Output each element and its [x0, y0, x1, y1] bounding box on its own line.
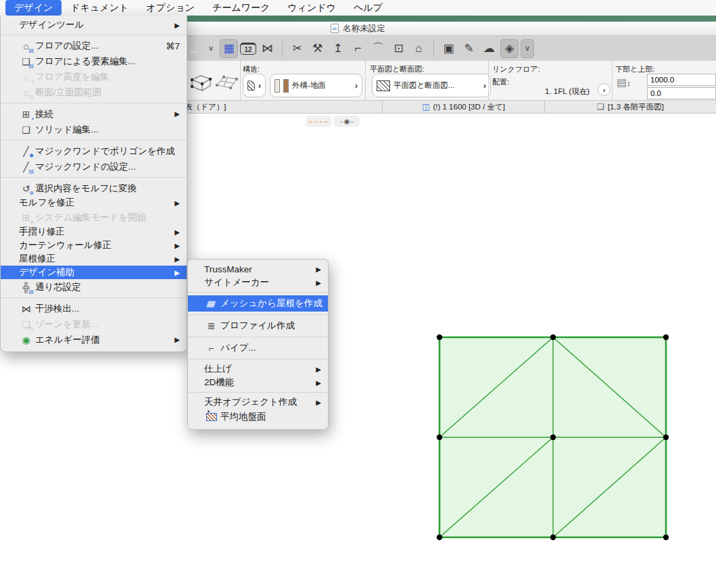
menu-item-roof-edit[interactable]: 屋根修正▶ — [1, 252, 187, 266]
stretch-tool-button[interactable]: ⋈ — [258, 39, 277, 58]
plan-section-button[interactable]: 平面図と断面図... › — [372, 74, 491, 97]
menu-separator — [188, 392, 328, 393]
infobox-divider — [240, 61, 241, 100]
mesh-bottom-offset-input[interactable] — [647, 87, 716, 99]
menu-item-design-tools[interactable]: デザインツール▶ — [1, 18, 187, 32]
mesh-solid-geometry-icon[interactable] — [189, 70, 213, 93]
mesh-node — [550, 535, 556, 540]
mesh-node — [663, 435, 669, 440]
rotate-orientation-button[interactable]: ◈ — [500, 39, 519, 58]
document-chevron-down-button[interactable]: ∨ — [204, 39, 218, 58]
elevation-measure-button[interactable]: ↥ — [329, 39, 347, 58]
menu-item-label: プロファイル作成 — [220, 320, 295, 332]
submenu-arrow-icon: ▶ — [174, 242, 180, 249]
submenu-arrow-icon: ▶ — [174, 199, 180, 207]
material-select-button[interactable]: 外構-地面 › — [270, 74, 362, 97]
menu-separator — [1, 34, 187, 35]
menu-item-label: モルフを修正 — [19, 197, 74, 209]
menu-item-railing-edit[interactable]: 手摺り修正▶ — [1, 225, 187, 239]
menu-item-magic-wand-polygon[interactable]: ╱✱マジックワンドでポリゴンを作成 — [1, 143, 187, 159]
menu-separator — [188, 359, 328, 360]
pipe-icon: ⌐ — [204, 343, 218, 353]
submenu-item-trussmaker[interactable]: TrussMaker▶ — [188, 262, 328, 276]
menu-item-label: フロアの設定... — [35, 40, 99, 52]
mesh-surface-geometry-icon[interactable] — [214, 70, 239, 93]
submenu-item-2d-functions[interactable]: 2D機能▶ — [188, 376, 328, 389]
submenu-item-average-ground-plane[interactable]: 平均地盤面 — [188, 409, 328, 425]
plan-section-label: 平面図と断面図: — [370, 64, 424, 74]
menu-item-label: 仕上げ — [204, 363, 232, 375]
menu-item-collision-detect[interactable]: ⋈干渉検出... — [1, 301, 187, 316]
menubar-item-design[interactable]: デザイン — [5, 0, 62, 16]
magic-wand-settings-icon: ╱▤ — [19, 162, 33, 172]
trace-visibility-button[interactable]: –◉– — [334, 116, 360, 127]
menu-item-magic-wand-settings[interactable]: ╱▤マジックワンドの設定... — [1, 159, 187, 174]
menu-item-edit-floor-height: ⌂↕フロア高度を編集 — [1, 69, 187, 84]
mesh-reference-level-icon: ▤↕ — [617, 76, 631, 89]
menu-item-label: フロアによる要素編集... — [35, 55, 135, 68]
collision-detect-icon: ⋈ — [19, 303, 33, 314]
tab-3d-view[interactable]: ◫(!) 1 1600 [3D / 全て] — [382, 101, 544, 113]
tab-floor-plan[interactable]: ❏[1.3 各階平面図] — [544, 101, 716, 113]
menu-item-floor-settings[interactable]: ⌂▤フロアの設定...⌘7 — [1, 38, 187, 53]
menu-item-solid-edit[interactable]: ❑ソリッド編集... — [1, 122, 187, 137]
toolbar-separator — [282, 41, 283, 57]
submenu-item-sitemaker[interactable]: サイトメーカー▶ — [188, 276, 328, 289]
menu-item-convert-to-morph[interactable]: ↺⊕選択内容をモルフに変換 — [1, 180, 187, 196]
menubar-item-teamwork[interactable]: チームワーク — [204, 0, 279, 16]
menubar-item-window[interactable]: ウィンドウ — [279, 0, 345, 16]
menubar-item-document[interactable]: ドキュメント — [62, 0, 137, 16]
magic-wand-icon: ╱✱ — [19, 146, 33, 157]
modify-pencil-button[interactable]: ✎ — [460, 39, 478, 58]
icon-accent: ⊙ — [29, 94, 34, 100]
icon-accent: ▸ — [31, 219, 34, 225]
mesh-element[interactable] — [433, 330, 673, 545]
menubar-item-help[interactable]: ヘルプ — [345, 0, 391, 16]
fillet-curve-button[interactable]: ⌒ — [369, 39, 387, 58]
menu-item-edit-elements-by-floor[interactable]: ❏▤フロアによる要素編集... — [1, 53, 187, 69]
submenu-arrow-icon: ▶ — [174, 336, 180, 343]
resize-box-button[interactable]: ⊡ — [389, 39, 408, 58]
menubar-item-options[interactable]: オプション — [137, 0, 204, 16]
dimension-ruler-12-button[interactable]: 12 — [240, 43, 256, 55]
menu-item-energy-evaluation[interactable]: ◉エネルギー評価▶ — [1, 332, 187, 347]
menu-item-curtain-wall-edit[interactable]: カーテンウォール修正▶ — [1, 239, 187, 252]
split-scissors-button[interactable]: ✂ — [288, 39, 306, 58]
menu-item-label: マジックワンドの設定... — [35, 161, 136, 173]
menu-item-design-assist[interactable]: デザイン補助▶ — [1, 266, 187, 279]
mesh-edit-mode-button[interactable]: ▦ — [220, 39, 238, 58]
submenu-item-pipe[interactable]: ⌐パイプ... — [188, 340, 328, 356]
menu-separator — [188, 314, 328, 315]
icon-accent: ▤ — [28, 63, 34, 69]
trim-corner-button[interactable]: ⌐ — [349, 39, 367, 58]
menu-item-label: フロア高度を編集 — [35, 71, 109, 83]
trace-reference-button[interactable]: – – – – — [306, 116, 331, 127]
orientation-chevron-down-button[interactable]: ∨ — [521, 39, 534, 58]
mesh-top-offset-input[interactable] — [647, 74, 716, 86]
menu-item-system-edit-mode: ⊞▸システム編集モードを開始 — [1, 210, 187, 225]
submenu-arrow-icon: ▶ — [174, 269, 180, 276]
bottom-top-label: 下部と上部: — [615, 64, 654, 74]
menubar: デザインドキュメントオプションチームワークウィンドウヘルプ — [0, 0, 716, 16]
submenu-item-ceiling-object[interactable]: 天井オブジェクト作成▶ — [188, 395, 328, 409]
submenu-arrow-icon: ▶ — [174, 110, 180, 118]
floor-height-edit-icon: ⌂↕ — [19, 72, 33, 82]
submenu-arrow-icon: ▶ — [316, 266, 321, 273]
link-floor-select-button[interactable]: › — [598, 83, 611, 96]
adjust-axe-button[interactable]: ⚒ — [308, 39, 327, 58]
mesh-node — [663, 535, 669, 540]
surface-type-button[interactable]: › — [243, 74, 266, 97]
menu-item-connect[interactable]: ⊞▪接続▶ — [1, 106, 187, 122]
submenu-item-finish[interactable]: 仕上げ▶ — [188, 362, 328, 376]
submenu-item-create-profile[interactable]: ≣プロファイル作成 — [188, 318, 328, 334]
link-floor-label: リンクフロア: — [492, 64, 540, 74]
transform-box-button[interactable]: ▣ — [439, 39, 458, 58]
cloud-revision-button[interactable]: ☁ — [480, 39, 498, 58]
menu-item-grid-axis-settings[interactable]: ╬▤通り芯設定 — [1, 279, 187, 295]
document-icon — [331, 24, 339, 33]
menu-item-label: デザインツール — [19, 19, 84, 31]
submenu-item-roof-from-mesh[interactable]: ▦メッシュから屋根を作成 — [188, 295, 328, 312]
home-story-button[interactable]: ⌂ — [410, 39, 428, 58]
menu-item-label: 平均地盤面 — [220, 411, 266, 423]
menu-item-modify-morph[interactable]: モルフを修正▶ — [1, 196, 187, 210]
